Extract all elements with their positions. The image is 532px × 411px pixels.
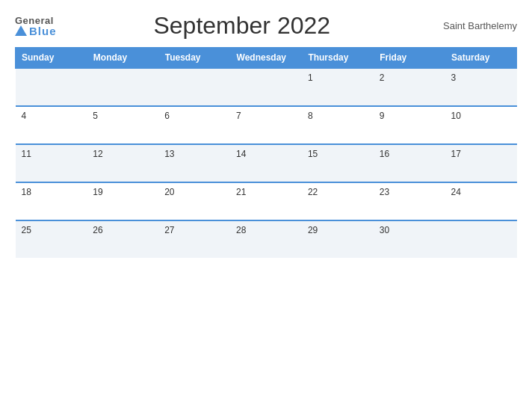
day-number: 16: [380, 149, 389, 159]
calendar-cell: 13: [158, 144, 230, 182]
calendar-week-row: 45678910: [16, 106, 517, 144]
calendar-week-row: 252627282930: [16, 220, 517, 258]
calendar-cell: 28: [230, 220, 302, 258]
day-number: 15: [308, 149, 318, 159]
day-number: 22: [308, 187, 318, 197]
calendar-cell: 5: [87, 106, 158, 144]
weekday-header-thursday: Thursday: [302, 48, 374, 69]
weekday-header-sunday: Sunday: [16, 48, 87, 69]
calendar-cell: 20: [158, 182, 230, 220]
day-number: 8: [308, 111, 313, 121]
day-number: 7: [236, 111, 241, 121]
calendar-cell: 17: [445, 144, 517, 182]
calendar-page: General Blue September 2022 Saint Barthe…: [0, 0, 532, 411]
day-number: 18: [22, 187, 31, 197]
calendar-cell: [230, 68, 302, 106]
logo-triangle-icon: [15, 25, 27, 36]
calendar-cell: [158, 68, 230, 106]
header: General Blue September 2022 Saint Barthe…: [15, 12, 517, 40]
weekday-header-wednesday: Wednesday: [230, 48, 302, 69]
day-number: 19: [93, 187, 102, 197]
calendar-cell: 21: [230, 182, 302, 220]
calendar-cell: 11: [16, 144, 87, 182]
day-number: 21: [236, 187, 246, 197]
weekday-header-saturday: Saturday: [445, 48, 517, 69]
month-title: September 2022: [57, 12, 427, 40]
calendar-cell: 19: [87, 182, 158, 220]
calendar-week-row: 18192021222324: [16, 182, 517, 220]
day-number: 10: [451, 111, 461, 121]
calendar-cell: 2: [374, 68, 445, 106]
day-number: 24: [451, 187, 461, 197]
calendar-cell: [445, 220, 517, 258]
calendar-cell: 16: [374, 144, 445, 182]
day-number: 1: [308, 72, 313, 83]
weekday-header-friday: Friday: [374, 48, 445, 69]
calendar-week-row: 11121314151617: [16, 144, 517, 182]
calendar-cell: 29: [302, 220, 374, 258]
calendar-cell: 4: [16, 106, 87, 144]
logo-blue-text: Blue: [29, 25, 57, 37]
region-label: Saint Barthelemy: [427, 20, 517, 31]
calendar-cell: 30: [374, 220, 445, 258]
calendar-cell: 18: [16, 182, 87, 220]
calendar-cell: 15: [302, 144, 374, 182]
calendar-cell: 25: [16, 220, 87, 258]
calendar-week-row: 123: [16, 68, 517, 106]
logo: General Blue: [15, 16, 57, 37]
day-number: 28: [236, 225, 246, 235]
calendar-cell: [16, 68, 87, 106]
calendar-cell: 3: [445, 68, 517, 106]
day-number: 20: [164, 187, 174, 197]
weekday-header-row: SundayMondayTuesdayWednesdayThursdayFrid…: [16, 48, 517, 69]
calendar-cell: 24: [445, 182, 517, 220]
weekday-header-tuesday: Tuesday: [158, 48, 230, 69]
day-number: 11: [22, 149, 31, 159]
day-number: 13: [164, 149, 174, 159]
calendar-cell: 14: [230, 144, 302, 182]
calendar-cell: 22: [302, 182, 374, 220]
calendar-cell: 23: [374, 182, 445, 220]
calendar-cell: 27: [158, 220, 230, 258]
calendar-cell: 1: [302, 68, 374, 106]
calendar-cell: 10: [445, 106, 517, 144]
logo-general-text: General: [15, 16, 54, 25]
day-number: 27: [164, 225, 174, 235]
day-number: 3: [451, 72, 457, 83]
day-number: 9: [380, 111, 385, 121]
calendar-cell: 12: [87, 144, 158, 182]
calendar-cell: [87, 68, 158, 106]
day-number: 25: [22, 225, 31, 235]
weekday-header-monday: Monday: [87, 48, 158, 69]
day-number: 14: [236, 149, 246, 159]
day-number: 4: [22, 111, 27, 121]
day-number: 17: [451, 149, 461, 159]
day-number: 5: [93, 111, 98, 121]
logo-blue-section: Blue: [15, 25, 57, 37]
day-number: 23: [380, 187, 389, 197]
day-number: 29: [308, 225, 318, 235]
calendar-header: SundayMondayTuesdayWednesdayThursdayFrid…: [16, 48, 517, 69]
calendar-body: 1234567891011121314151617181920212223242…: [16, 68, 517, 258]
calendar-table: SundayMondayTuesdayWednesdayThursdayFrid…: [15, 47, 517, 258]
calendar-cell: 6: [158, 106, 230, 144]
calendar-cell: 9: [374, 106, 445, 144]
calendar-cell: 8: [302, 106, 374, 144]
day-number: 2: [380, 72, 385, 83]
calendar-cell: 7: [230, 106, 302, 144]
day-number: 26: [93, 225, 102, 235]
day-number: 12: [93, 149, 102, 159]
day-number: 6: [164, 111, 170, 121]
calendar-cell: 26: [87, 220, 158, 258]
day-number: 30: [380, 225, 389, 235]
